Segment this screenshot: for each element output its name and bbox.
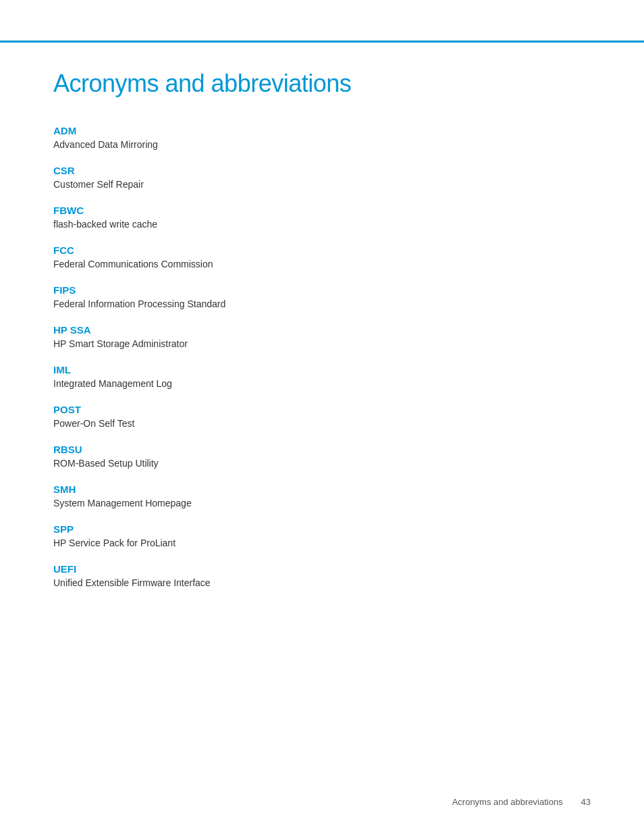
acronym-entry: RBSUROM-Based Setup Utility bbox=[53, 444, 591, 469]
acronym-definition: Integrated Management Log bbox=[53, 378, 591, 389]
acronym-entry: FBWCflash-backed write cache bbox=[53, 205, 591, 230]
footer-text: Acronyms and abbreviations bbox=[452, 797, 563, 807]
acronym-entry: SPPHP Service Pack for ProLiant bbox=[53, 523, 591, 548]
top-rule bbox=[0, 41, 644, 43]
acronym-entry: FIPSFederal Information Processing Stand… bbox=[53, 284, 591, 309]
acronym-term: IML bbox=[53, 364, 591, 375]
acronym-term: SMH bbox=[53, 484, 591, 495]
acronym-definition: flash-backed write cache bbox=[53, 219, 591, 230]
acronym-definition: ROM-Based Setup Utility bbox=[53, 458, 591, 469]
acronym-definition: System Management Homepage bbox=[53, 498, 591, 509]
acronym-term: FBWC bbox=[53, 205, 591, 216]
page-title: Acronyms and abbreviations bbox=[53, 70, 591, 98]
acronym-definition: HP Service Pack for ProLiant bbox=[53, 538, 591, 548]
acronym-entry: HP SSAHP Smart Storage Administrator bbox=[53, 324, 591, 349]
acronym-term: POST bbox=[53, 404, 591, 415]
acronym-definition: Advanced Data Mirroring bbox=[53, 139, 591, 150]
acronym-term: ADM bbox=[53, 125, 591, 136]
acronym-entry: FCCFederal Communications Commission bbox=[53, 244, 591, 269]
acronym-entry: UEFIUnified Extensible Firmware Interfac… bbox=[53, 563, 591, 588]
acronym-term: FIPS bbox=[53, 284, 591, 296]
acronym-definition: Federal Communications Commission bbox=[53, 259, 591, 269]
acronym-definition: Unified Extensible Firmware Interface bbox=[53, 577, 591, 588]
acronym-term: CSR bbox=[53, 165, 591, 176]
acronym-term: FCC bbox=[53, 244, 591, 256]
acronym-term: UEFI bbox=[53, 563, 591, 575]
footer-separator bbox=[568, 797, 576, 807]
acronym-entry: SMHSystem Management Homepage bbox=[53, 484, 591, 509]
acronym-definition: HP Smart Storage Administrator bbox=[53, 338, 591, 349]
acronym-term: RBSU bbox=[53, 444, 591, 455]
acronym-definition: Federal Information Processing Standard bbox=[53, 298, 591, 309]
page-container: Acronyms and abbreviations ADMAdvanced D… bbox=[0, 0, 644, 834]
acronym-definition: Customer Self Repair bbox=[53, 179, 591, 190]
acronym-term: HP SSA bbox=[53, 324, 591, 336]
acronym-definition: Power-On Self Test bbox=[53, 418, 591, 429]
acronym-list: ADMAdvanced Data MirroringCSRCustomer Se… bbox=[53, 125, 591, 588]
acronym-entry: POSTPower-On Self Test bbox=[53, 404, 591, 429]
acronym-entry: IMLIntegrated Management Log bbox=[53, 364, 591, 389]
page-footer: Acronyms and abbreviations 43 bbox=[452, 797, 591, 807]
content-area: Acronyms and abbreviations ADMAdvanced D… bbox=[0, 0, 644, 657]
acronym-entry: ADMAdvanced Data Mirroring bbox=[53, 125, 591, 150]
footer-page-number: 43 bbox=[581, 797, 591, 807]
acronym-term: SPP bbox=[53, 523, 591, 535]
acronym-entry: CSRCustomer Self Repair bbox=[53, 165, 591, 190]
